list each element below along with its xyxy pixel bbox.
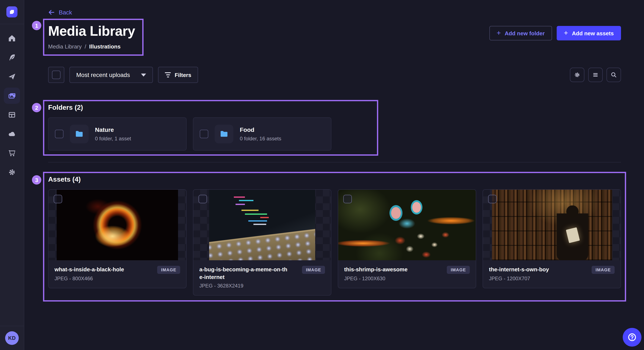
asset-title: what-s-inside-a-black-hole [54,266,124,273]
folder-texts: Food 0 folder, 16 assets [240,127,281,142]
avatar[interactable]: KD [5,331,19,345]
asset-grid: what-s-inside-a-black-hole JPEG - 800X46… [48,189,621,296]
folder-name: Food [240,127,281,134]
sidebar-item-media-library[interactable] [0,86,24,105]
asset-info: what-s-inside-a-black-hole JPEG - 800X46… [48,260,186,288]
sidebar-item-releases[interactable] [0,67,24,86]
asset-texts: the-internet-s-own-boy JPEG - 1200X707 [489,266,549,281]
asset-info: this-shrimp-is-awesome JPEG - 1200X630 I… [338,260,476,288]
chevron-down-icon [141,73,146,76]
search-icon [610,71,617,78]
folder-list: Nature 0 folder, 1 asset Food 0 folder, … [48,117,331,151]
sidebar-item-content-manager[interactable] [0,48,24,67]
asset-checkbox[interactable] [54,195,62,203]
list-icon [592,71,599,78]
main-content: Back 1 Media Library Media Library / Ill… [24,0,644,350]
header-row: 1 Media Library Media Library / Illustra… [48,23,621,51]
asset-meta: JPEG - 1200X630 [344,275,408,281]
paper-plane-icon [8,72,16,81]
folder-checkbox[interactable] [200,130,208,138]
breadcrumb-separator: / [85,43,86,50]
add-new-assets-button[interactable]: + Add new assets [557,26,621,40]
asset-title: a-bug-is-becoming-a-meme-on-the-internet [199,266,289,281]
gear-icon [574,71,580,78]
images-icon [8,91,16,100]
cart-icon [8,149,16,157]
asset-title: the-internet-s-own-boy [489,266,549,273]
asset-preview [338,190,476,260]
page-title: Media Library [48,24,137,39]
asset-preview [193,190,331,260]
asset-checkbox[interactable] [343,195,352,203]
logo-cell [0,0,24,24]
sidebar-item-deploy[interactable] [0,124,24,143]
black-hole-image [57,190,178,260]
folder-icon [74,129,84,139]
toolbar: Most recent uploads Filters [48,67,621,83]
sort-selected-value: Most recent uploads [76,71,130,78]
asset-meta: JPEG - 3628X2419 [199,283,289,289]
sidebar-nav [0,24,24,326]
filters-label: Filters [175,72,191,78]
list-view-button[interactable] [588,68,603,82]
active-highlight [4,87,20,104]
filter-icon [165,72,171,77]
sidebar-footer: KD [0,326,24,350]
asset-type-badge: IMAGE [592,266,614,274]
asset-checkbox[interactable] [198,195,207,203]
asset-meta: JPEG - 1200X707 [489,275,549,281]
select-all-checkbox[interactable] [52,71,60,79]
add-new-folder-button[interactable]: + Add new folder [490,26,552,40]
asset-info: the-internet-s-own-boy JPEG - 1200X707 I… [483,260,620,288]
asset-checkbox[interactable] [488,195,497,203]
title-block: 1 Media Library Media Library / Illustra… [48,23,137,51]
asset-card-shrimp[interactable]: this-shrimp-is-awesome JPEG - 1200X630 I… [338,189,476,288]
layout-icon [8,110,16,119]
sidebar-item-content-type-builder[interactable] [0,105,24,124]
asset-card-bug-meme[interactable]: a-bug-is-becoming-a-meme-on-the-internet… [193,189,331,296]
breadcrumb-item-media-library[interactable]: Media Library [48,43,82,50]
folders-heading: Folders (2) [48,104,331,111]
folder-checkbox[interactable] [55,130,64,138]
arrow-left-icon [48,9,55,16]
help-button[interactable] [623,328,642,347]
folders-section: 2 Folders (2) Nature 0 folder, 1 asset [48,104,331,151]
annotation-badge-1: 1 [32,21,41,30]
asset-texts: this-shrimp-is-awesome JPEG - 1200X630 [344,266,408,281]
select-all-checkbox-button[interactable] [48,67,64,83]
sidebar: KD [0,0,24,350]
strapi-logo[interactable] [6,6,18,17]
back-link[interactable]: Back [48,9,72,16]
asset-type-badge: IMAGE [447,266,470,274]
toolbar-right [570,68,621,82]
sidebar-item-settings[interactable] [0,163,24,181]
asset-card-internets-own-boy[interactable]: the-internet-s-own-boy JPEG - 1200X707 I… [482,189,621,288]
asset-type-badge: IMAGE [157,266,180,274]
section-divider [48,162,621,163]
filters-button[interactable]: Filters [158,67,198,83]
header-actions: + Add new folder + Add new assets [490,26,621,40]
feather-icon [8,53,16,61]
mantis-shrimp-image [338,190,476,260]
asset-texts: what-s-inside-a-black-hole JPEG - 800X46… [54,266,124,281]
grid-settings-button[interactable] [570,68,584,82]
folder-tile [215,125,234,143]
sort-dropdown[interactable]: Most recent uploads [70,67,153,83]
folder-texts: Nature 0 folder, 1 asset [95,127,131,142]
folder-meta: 0 folder, 16 assets [240,136,281,142]
asset-meta: JPEG - 800X466 [54,275,124,281]
sidebar-item-home[interactable] [0,28,24,48]
library-portrait-image [492,190,612,260]
annotation-badge-3: 3 [32,175,41,184]
folder-card-nature[interactable]: Nature 0 folder, 1 asset [48,117,186,151]
add-assets-label: Add new assets [572,30,614,36]
sidebar-item-marketplace[interactable] [0,143,24,163]
home-icon [8,34,16,42]
asset-title: this-shrimp-is-awesome [344,266,408,273]
toolbar-left: Most recent uploads Filters [48,67,198,83]
annotation-badge-2: 2 [32,103,41,112]
asset-card-black-hole[interactable]: what-s-inside-a-black-hole JPEG - 800X46… [48,189,186,288]
search-button[interactable] [606,68,621,82]
plus-icon: + [564,29,568,36]
folder-card-food[interactable]: Food 0 folder, 16 assets [193,117,331,151]
